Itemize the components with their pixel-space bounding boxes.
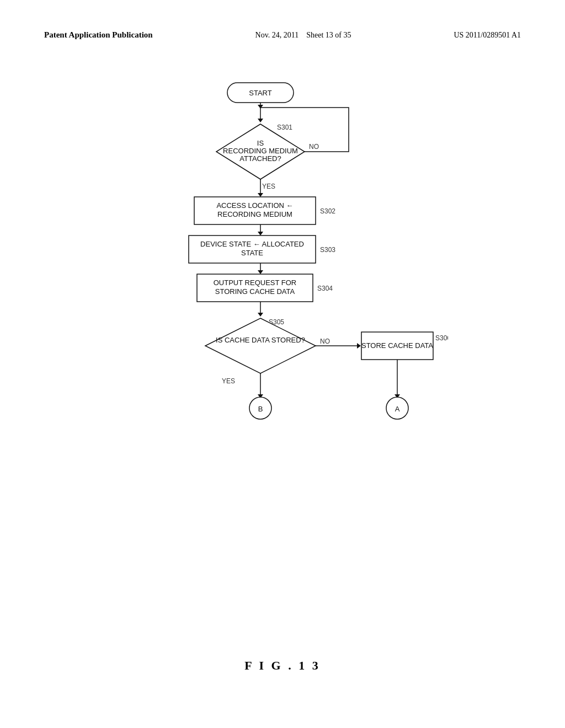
s301-no-label: NO bbox=[309, 143, 319, 151]
s303-label: S303 bbox=[320, 246, 335, 254]
s301-yes-label: YES bbox=[262, 183, 275, 190]
start-label: START bbox=[249, 89, 271, 97]
flowchart-svg: text { font-family: Arial, sans-serif; f… bbox=[117, 77, 448, 507]
svg-marker-9 bbox=[258, 232, 263, 235]
s303-line2: STATE bbox=[241, 249, 263, 257]
s304-line2: STORING CACHE DATA bbox=[215, 287, 295, 296]
publication-date: Nov. 24, 2011 Sheet 13 of 35 bbox=[255, 31, 351, 40]
svg-marker-4 bbox=[258, 105, 263, 109]
svg-marker-6 bbox=[258, 193, 263, 197]
s304-label: S304 bbox=[317, 285, 333, 292]
s305-no-label: NO bbox=[320, 338, 330, 345]
s302-line1: ACCESS LOCATION ← bbox=[216, 201, 293, 210]
s303-line1: DEVICE STATE ← ALLOCATED bbox=[200, 240, 304, 248]
figure-caption: F I G . 1 3 bbox=[244, 659, 320, 673]
s301-label: S301 bbox=[277, 124, 292, 131]
svg-marker-15 bbox=[258, 313, 263, 317]
svg-marker-18 bbox=[357, 343, 361, 349]
s304-line1: OUTPUT REQUEST FOR bbox=[214, 279, 296, 287]
svg-marker-16 bbox=[205, 318, 316, 373]
s301-line1: IS bbox=[257, 139, 264, 147]
svg-marker-2 bbox=[258, 119, 263, 122]
s302-label: S302 bbox=[320, 207, 335, 215]
s305-text: IS CACHE DATA STORED? bbox=[216, 336, 305, 344]
s302-line2: RECORDING MEDIUM bbox=[217, 210, 292, 218]
s301-line3: ATTACHED? bbox=[239, 154, 281, 163]
s306-label: S306 bbox=[435, 334, 448, 342]
svg-marker-12 bbox=[258, 270, 263, 274]
connector-b: B bbox=[258, 405, 263, 413]
patent-number: US 2011/0289501 A1 bbox=[454, 31, 521, 40]
s306-text: STORE CACHE DATA bbox=[361, 341, 433, 350]
s301-line2: RECORDING MEDIUM bbox=[223, 147, 298, 155]
s305-yes-label: YES bbox=[222, 377, 235, 385]
connector-a: A bbox=[395, 405, 400, 413]
page-header: Patent Application Publication Nov. 24, … bbox=[0, 30, 565, 40]
publication-label: Patent Application Publication bbox=[44, 30, 153, 40]
flowchart-diagram: text { font-family: Arial, sans-serif; f… bbox=[117, 77, 448, 510]
